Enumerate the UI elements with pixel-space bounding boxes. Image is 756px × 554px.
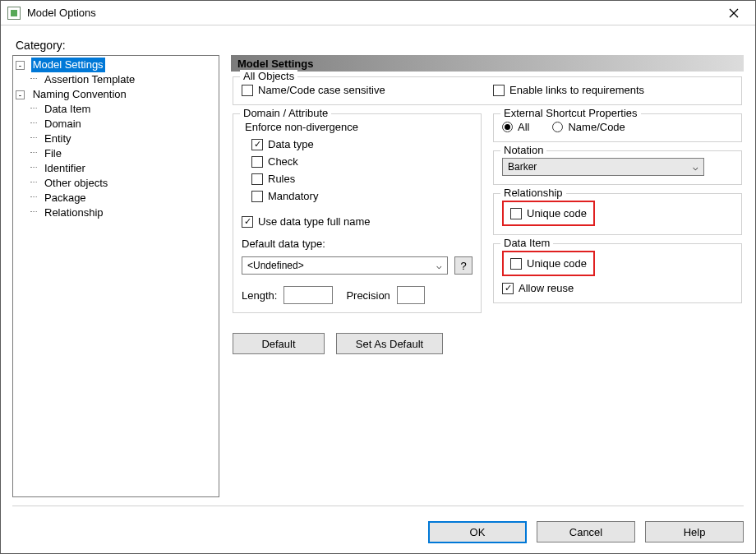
group-notation: Notation Barker ⌵: [493, 150, 742, 185]
chevron-down-icon: ⌵: [436, 261, 442, 271]
checkbox-label: Allow reuse: [519, 282, 574, 294]
precision-label: Precision: [346, 289, 390, 302]
tree-item-package[interactable]: Package: [43, 191, 88, 205]
checkbox-icon: [510, 208, 522, 219]
select-value: <Undefined>: [247, 260, 304, 271]
checkbox-check[interactable]: Check: [251, 155, 472, 168]
radio-icon: [502, 122, 513, 132]
tree-item-domain[interactable]: Domain: [43, 117, 83, 132]
checkbox-allow-reuse[interactable]: Allow reuse: [502, 282, 574, 294]
tree-connector-icon: [30, 118, 39, 127]
tree-item-naming-convention[interactable]: Naming Convention: [31, 87, 128, 102]
legend-domain-attribute: Domain / Attribute: [240, 107, 331, 119]
legend-relationship: Relationship: [500, 187, 566, 199]
help-button[interactable]: Help: [645, 521, 744, 542]
checkbox-icon: [493, 85, 505, 96]
tree-connector-icon: [30, 192, 39, 201]
lower-two-col: Domain / Attribute Enforce non-divergenc…: [233, 113, 742, 313]
tree-connector-icon: [30, 133, 39, 142]
checkbox-name-code-case-sensitive[interactable]: Name/Code case sensitive: [242, 84, 482, 96]
enforce-non-divergence-label: Enforce non-divergence: [245, 121, 472, 133]
select-value: Barker: [508, 161, 537, 173]
default-button[interactable]: Default: [233, 333, 325, 354]
tree-item-entity[interactable]: Entity: [43, 132, 73, 146]
checkbox-data-type[interactable]: Data type: [251, 138, 472, 150]
default-data-type-help-button[interactable]: ?: [454, 256, 472, 275]
tree-connector-icon: [30, 163, 39, 172]
checkbox-icon: [242, 85, 253, 96]
tree-toggle-naming-convention[interactable]: -: [16, 90, 25, 99]
chevron-down-icon: ⌵: [693, 162, 698, 173]
checkbox-use-data-type-full-name[interactable]: Use data type full name: [242, 215, 371, 228]
default-data-type-label: Default data type:: [242, 238, 472, 250]
highlight-data-item-unique-code: Unique code: [502, 251, 595, 276]
close-icon: [729, 8, 739, 18]
ok-button[interactable]: OK: [428, 521, 527, 543]
checkbox-icon: [251, 139, 263, 150]
legend-notation: Notation: [500, 144, 546, 156]
checkbox-data-item-unique-code[interactable]: Unique code: [510, 257, 587, 270]
precision-input[interactable]: [397, 286, 425, 304]
checkbox-icon: [242, 216, 253, 228]
divider: [12, 506, 744, 506]
tree-item-data-item[interactable]: Data Item: [43, 102, 92, 117]
tree-connector-icon: [30, 148, 39, 157]
checkbox-label: Rules: [268, 173, 295, 185]
group-external-shortcut-properties: External Shortcut Properties All Name/Co…: [493, 113, 742, 142]
notation-select[interactable]: Barker ⌵: [502, 158, 704, 176]
dialog-footer: OK Cancel Help: [12, 513, 744, 543]
tree-connector-icon: [30, 74, 39, 83]
checkbox-enable-links-requirements[interactable]: Enable links to requirements: [493, 84, 733, 96]
category-tree[interactable]: - Model Settings Assertion Template - Na…: [12, 55, 219, 497]
checkbox-label: Enable links to requirements: [509, 84, 644, 96]
group-domain-attribute: Domain / Attribute Enforce non-divergenc…: [233, 113, 482, 313]
tree-item-relationship[interactable]: Relationship: [43, 205, 105, 220]
radio-label: All: [518, 121, 529, 133]
settings-pane: Model Settings All Objects Name/Code cas…: [231, 55, 744, 497]
settings-area: All Objects Name/Code case sensitive Ena…: [231, 72, 744, 497]
set-as-default-button[interactable]: Set As Default: [336, 333, 443, 354]
legend-all-objects: All Objects: [240, 70, 297, 82]
tree-connector-icon: [30, 178, 39, 187]
checkbox-label: Unique code: [527, 207, 587, 219]
tree-item-model-settings[interactable]: Model Settings: [31, 58, 105, 72]
checkbox-relationship-unique-code[interactable]: Unique code: [510, 207, 587, 219]
checkbox-icon: [251, 156, 263, 168]
titlebar: Model Options: [1, 1, 755, 25]
checkbox-label: Data type: [268, 138, 314, 150]
checkbox-label: Use data type full name: [258, 215, 371, 228]
length-input[interactable]: [284, 286, 333, 304]
checkbox-icon: [251, 173, 263, 185]
close-button[interactable]: [716, 2, 752, 25]
tree-connector-icon: [30, 104, 39, 113]
app-icon: [7, 7, 21, 20]
checkbox-label: Name/Code case sensitive: [258, 84, 385, 96]
group-all-objects: All Objects Name/Code case sensitive Ena…: [233, 76, 742, 105]
default-data-type-select[interactable]: <Undefined> ⌵: [242, 256, 448, 275]
legend-data-item: Data Item: [500, 237, 553, 249]
section-header: Model Settings: [231, 55, 744, 72]
tree-toggle-model-settings[interactable]: -: [16, 61, 25, 70]
checkbox-icon: [510, 258, 522, 270]
highlight-relationship-unique-code: Unique code: [502, 201, 595, 226]
checkbox-label: Unique code: [527, 257, 587, 270]
content-row: - Model Settings Assertion Template - Na…: [12, 55, 744, 497]
checkbox-icon: [251, 191, 263, 202]
radio-all[interactable]: All: [502, 121, 529, 133]
checkbox-label: Check: [268, 155, 298, 168]
window-title: Model Options: [27, 7, 96, 19]
radio-name-code[interactable]: Name/Code: [552, 121, 625, 133]
checkbox-label: Mandatory: [268, 190, 318, 202]
cancel-button[interactable]: Cancel: [537, 521, 635, 542]
checkbox-mandatory[interactable]: Mandatory: [251, 190, 472, 202]
category-label: Category:: [16, 39, 744, 52]
group-relationship: Relationship Unique code: [493, 193, 742, 235]
tree-item-identifier[interactable]: Identifier: [43, 161, 87, 176]
tree-item-other-objects[interactable]: Other objects: [43, 176, 109, 191]
tree-connector-icon: [30, 207, 39, 216]
radio-icon: [552, 122, 563, 132]
tree-item-file[interactable]: File: [43, 146, 63, 161]
checkbox-rules[interactable]: Rules: [251, 173, 472, 185]
tree-item-assertion-template[interactable]: Assertion Template: [43, 72, 136, 87]
model-options-window: Model Options Category: - Model Settings…: [0, 0, 756, 554]
